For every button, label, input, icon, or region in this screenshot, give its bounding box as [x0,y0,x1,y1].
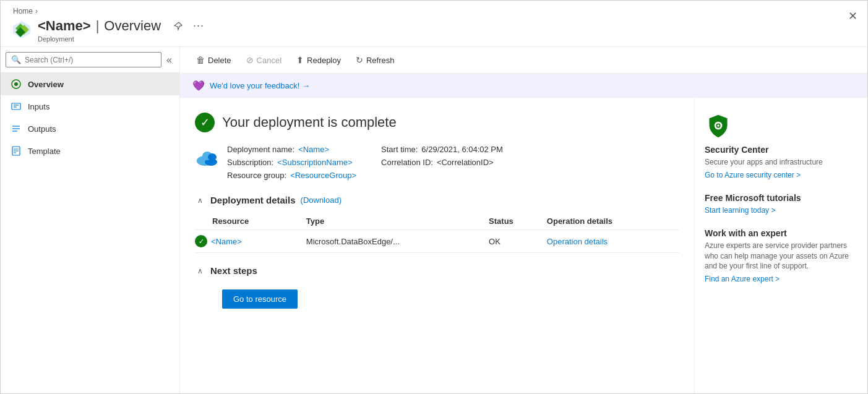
security-center-desc: Secure your apps and infrastructure [705,157,857,168]
svg-point-19 [208,153,217,161]
expert-link[interactable]: Find an Azure expert > [705,275,780,283]
info-row-resource-group: Resource group: <ResourceGroup> [227,171,356,180]
details-table: Resource Type Status Operation details [195,213,679,253]
svg-point-5 [14,82,18,86]
cancel-button[interactable]: ⊘ Cancel [240,52,288,68]
right-panel: Security Center Secure your apps and inf… [694,98,867,393]
subscription-label: Subscription: [227,158,273,167]
redeploy-label: Redeploy [307,56,341,65]
expert-section: Work with an expert Azure experts are se… [705,228,857,283]
next-steps-section: ∧ Next steps Go to resource [195,265,679,309]
info-row-name: Deployment name: <Name> [227,145,356,154]
row-success-icon: ✓ [195,235,207,247]
outputs-label: Outputs [28,124,56,134]
outputs-icon [11,123,22,134]
correlation-label: Correlation ID: [381,158,433,167]
deployment-info: Deployment name: <Name> Subscription: <S… [227,145,503,180]
start-time-label: Start time: [381,145,418,154]
search-input[interactable] [25,56,156,64]
close-button[interactable]: ✕ [848,9,857,23]
title-divider: | [96,18,100,34]
template-icon [11,145,22,156]
overview-label: Overview [28,80,64,89]
inputs-icon [11,101,22,112]
redeploy-button[interactable]: ⬆ Redeploy [290,52,347,68]
tutorials-title: Free Microsoft tutorials [705,193,857,203]
toolbar: 🗑 Delete ⊘ Cancel ⬆ Redeploy ↻ Refresh [180,47,867,74]
security-shield-icon [706,114,731,139]
top-header: Home › <Name> | Overvie [1,1,867,47]
refresh-button[interactable]: ↻ Refresh [350,52,401,68]
row-resource-link[interactable]: <Name> [211,237,242,246]
cancel-label: Cancel [257,56,281,65]
details-collapse-button[interactable]: ∧ [195,196,205,205]
deployment-content: ✓ Your deployment is complete [180,98,694,393]
delete-button[interactable]: 🗑 Delete [190,52,238,68]
section-title: Overview [104,18,161,34]
collapse-icon: « [166,54,172,66]
deployment-name-value[interactable]: <Name> [298,145,329,154]
breadcrumb-chevron: › [35,7,38,15]
info-row-subscription: Subscription: <SubscriptionName> [227,158,356,167]
title-block: <Name> | Overview ··· [38,17,207,43]
resource-group-label: Resource group: [227,171,286,180]
security-icon-wrap [705,113,732,140]
pin-button[interactable] [171,19,186,33]
overview-icon [11,79,22,90]
search-row: 🔍 « [1,47,179,73]
col-status: Status [489,213,547,230]
row-operation-link[interactable]: Operation details [547,230,679,253]
go-to-resource-button[interactable]: Go to resource [222,289,298,309]
info-col-left: Deployment name: <Name> Subscription: <S… [227,145,356,180]
more-button[interactable]: ··· [191,17,207,35]
resource-icon [11,19,33,41]
deployment-name-label: Deployment name: [227,145,294,154]
collapse-sidebar-button[interactable]: « [164,53,174,67]
resource-group-value[interactable]: <ResourceGroup> [290,171,356,180]
next-steps-header: ∧ Next steps [195,265,679,276]
breadcrumb[interactable]: Home › [11,7,857,15]
security-center-link[interactable]: Go to Azure security center > [705,171,801,179]
sidebar-item-inputs[interactable]: Inputs [1,95,179,118]
row-status-cell: OK [489,230,547,253]
subscription-value[interactable]: <SubscriptionName> [277,158,352,167]
pin-icon [173,21,183,31]
info-row-correlation: Correlation ID: <CorrelationID> [381,158,503,167]
sidebar-item-overview[interactable]: Overview [1,73,179,95]
table-row: ✓ <Name> Microsoft.DataBoxEdge/... OK Op… [195,230,679,253]
security-center-title: Security Center [705,145,857,155]
col-operation: Operation details [547,213,679,230]
expert-desc: Azure experts are service provider partn… [705,241,857,272]
info-row-start-time: Start time: 6/29/2021, 6:04:02 PM [381,145,503,154]
header-title-area: <Name> | Overview ··· [11,17,857,43]
refresh-label: Refresh [366,56,395,65]
sidebar: 🔍 « Overview [1,47,180,393]
deployment-cloud-icon [195,147,220,169]
next-steps-label: Next steps [210,265,257,276]
content-panel: ✓ Your deployment is complete [180,98,867,393]
more-icon: ··· [193,19,204,32]
breadcrumb-home[interactable]: Home [13,7,33,15]
feedback-arrow: → [302,81,310,90]
sidebar-item-template[interactable]: Template [1,140,179,162]
resource-name-title: <Name> [38,18,91,34]
search-input-wrap[interactable]: 🔍 [6,52,161,67]
next-steps-collapse-button[interactable]: ∧ [195,267,205,275]
cancel-icon: ⊘ [246,55,254,65]
title-main: <Name> | Overview ··· [38,17,207,35]
redeploy-icon: ⬆ [296,55,304,65]
delete-icon: 🗑 [196,55,205,65]
close-icon: ✕ [848,10,857,22]
feedback-link[interactable]: We'd love your feedback! → [210,81,310,90]
details-section-header: ∧ Deployment details (Download) [195,195,679,205]
right-content: 🗑 Delete ⊘ Cancel ⬆ Redeploy ↻ Refresh [180,47,867,393]
app-frame: Home › <Name> | Overvie [0,0,868,394]
main-area: 🔍 « Overview [1,47,867,393]
feedback-text: We'd love your feedback! [210,81,299,90]
start-time-value: 6/29/2021, 6:04:02 PM [421,145,503,154]
info-col-right: Start time: 6/29/2021, 6:04:02 PM Correl… [381,145,503,180]
tutorials-link[interactable]: Start learning today > [705,206,775,215]
download-link[interactable]: (Download) [301,195,342,205]
deployment-details-section: ∧ Deployment details (Download) Resource… [195,195,679,253]
sidebar-item-outputs[interactable]: Outputs [1,118,179,140]
